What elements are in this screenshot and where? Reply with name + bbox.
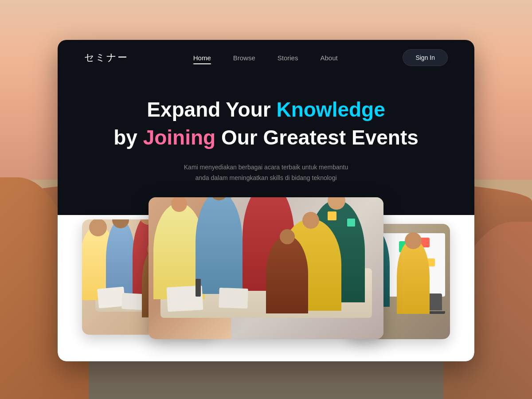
nav-about[interactable]: About (320, 54, 337, 62)
main-card: セミナー Home Browse Stories About Sign In E… (58, 40, 474, 361)
logo: セミナー (84, 51, 128, 64)
hero-title-by: by (113, 126, 143, 149)
nav-home[interactable]: Home (193, 54, 211, 62)
hero-subtitle: Kami menyediakan berbagai acara terbaik … (84, 162, 448, 184)
signin-button[interactable]: Sign In (403, 49, 448, 66)
hero-title-plain1: Expand Your (147, 98, 276, 121)
navbar: セミナー Home Browse Stories About Sign In (58, 40, 474, 75)
hero-title-line1: Expand Your Knowledge (84, 98, 448, 122)
hero-title-joining: Joining (143, 126, 216, 149)
hero-title-rest: Our Greatest Events (215, 126, 419, 149)
nav-browse[interactable]: Browse (233, 54, 255, 62)
hero-title-knowledge: Knowledge (276, 98, 385, 121)
nav-stories[interactable]: Stories (278, 54, 298, 62)
images-section (58, 202, 474, 361)
image-center (149, 197, 383, 339)
hero-title-line2: by Joining Our Greatest Events (84, 125, 448, 150)
nav-links: Home Browse Stories About (193, 54, 338, 62)
